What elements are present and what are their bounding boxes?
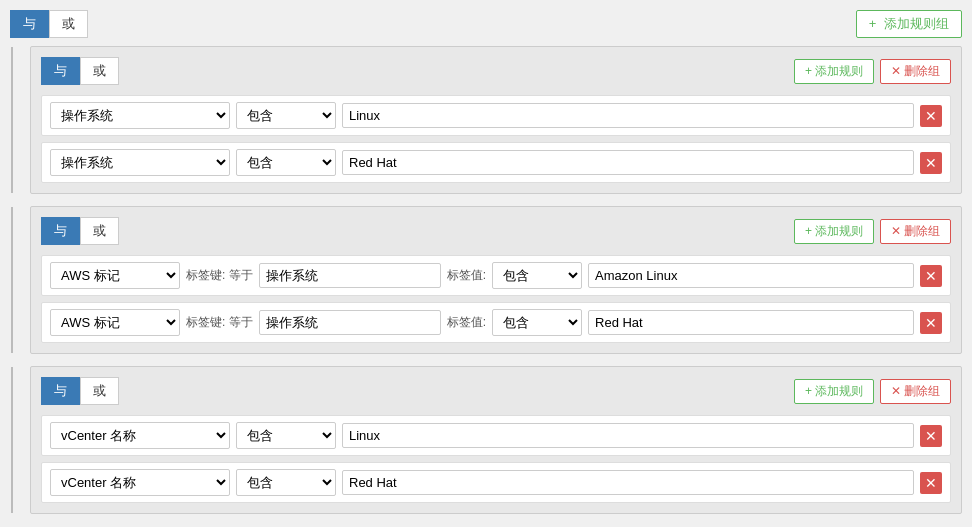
value-input-2-0[interactable] xyxy=(342,423,914,448)
key-label-1-1: 标签键: 等于 xyxy=(186,314,253,331)
field-select-0-0[interactable]: 操作系统 xyxy=(50,102,230,129)
group-or-button-0[interactable]: 或 xyxy=(80,57,119,85)
aws-field-select-1-0[interactable]: AWS 标记 xyxy=(50,262,180,289)
val-label-1-0: 标签值: xyxy=(447,267,486,284)
top-and-button[interactable]: 与 xyxy=(10,10,49,38)
delete-group-button-2[interactable]: ✕删除组 xyxy=(880,379,951,404)
add-group-label: 添加规则组 xyxy=(884,16,949,31)
val-label-1-1: 标签值: xyxy=(447,314,486,331)
add-group-button[interactable]: + 添加规则组 xyxy=(856,10,962,38)
rule-row-2-0: vCenter 名称包含不包含等于不等于✕ xyxy=(41,415,951,456)
group-actions-0: +添加规则✕删除组 xyxy=(794,59,951,84)
field-select-0-1[interactable]: 操作系统 xyxy=(50,149,230,176)
delete-group-button-1[interactable]: ✕删除组 xyxy=(880,219,951,244)
rule-row-0-0: 操作系统包含不包含等于不等于✕ xyxy=(41,95,951,136)
group-header-1: 与或+添加规则✕删除组 xyxy=(41,217,951,245)
top-logic-group: 与 或 xyxy=(10,10,88,38)
value-input-0-0[interactable] xyxy=(342,103,914,128)
x-icon: ✕ xyxy=(891,384,901,398)
groups-container: 与或+添加规则✕删除组操作系统包含不包含等于不等于✕操作系统包含不包含等于不等于… xyxy=(10,46,962,514)
top-or-button[interactable]: 或 xyxy=(49,10,88,38)
key-label-1-0: 标签键: 等于 xyxy=(186,267,253,284)
plus-icon: + xyxy=(805,64,812,78)
value-input-2-1[interactable] xyxy=(342,470,914,495)
group-actions-1: +添加规则✕删除组 xyxy=(794,219,951,244)
rule-row-0-1: 操作系统包含不包含等于不等于✕ xyxy=(41,142,951,183)
rule-group-0: 与或+添加规则✕删除组操作系统包含不包含等于不等于✕操作系统包含不包含等于不等于… xyxy=(30,46,962,194)
field-select-2-0[interactable]: vCenter 名称 xyxy=(50,422,230,449)
group-logic-0: 与或 xyxy=(41,57,119,85)
remove-rule-button-0-1[interactable]: ✕ xyxy=(920,152,942,174)
group-logic-1: 与或 xyxy=(41,217,119,245)
aws-field-select-1-1[interactable]: AWS 标记 xyxy=(50,309,180,336)
key-input-1-1[interactable] xyxy=(259,310,441,335)
remove-rule-button-2-1[interactable]: ✕ xyxy=(920,472,942,494)
field-select-2-1[interactable]: vCenter 名称 xyxy=(50,469,230,496)
group-actions-2: +添加规则✕删除组 xyxy=(794,379,951,404)
plus-icon: + xyxy=(869,16,877,31)
group-and-button-0[interactable]: 与 xyxy=(41,57,80,85)
group-and-button-1[interactable]: 与 xyxy=(41,217,80,245)
rule-group-1: 与或+添加规则✕删除组AWS 标记标签键: 等于标签值:包含不包含等于不等于✕A… xyxy=(30,206,962,354)
value-input-1-1[interactable] xyxy=(588,310,914,335)
rule-group-2: 与或+添加规则✕删除组vCenter 名称包含不包含等于不等于✕vCenter … xyxy=(30,366,962,514)
add-rule-button-1[interactable]: +添加规则 xyxy=(794,219,874,244)
add-rule-button-0[interactable]: +添加规则 xyxy=(794,59,874,84)
group-and-button-2[interactable]: 与 xyxy=(41,377,80,405)
op-select-2-1[interactable]: 包含不包含等于不等于 xyxy=(236,469,336,496)
op-select-1-0[interactable]: 包含不包含等于不等于 xyxy=(492,262,582,289)
rule-row-1-0: AWS 标记标签键: 等于标签值:包含不包含等于不等于✕ xyxy=(41,255,951,296)
group-logic-2: 与或 xyxy=(41,377,119,405)
key-input-1-0[interactable] xyxy=(259,263,441,288)
remove-rule-button-0-0[interactable]: ✕ xyxy=(920,105,942,127)
group-or-button-1[interactable]: 或 xyxy=(80,217,119,245)
remove-rule-button-1-0[interactable]: ✕ xyxy=(920,265,942,287)
value-input-1-0[interactable] xyxy=(588,263,914,288)
op-select-1-1[interactable]: 包含不包含等于不等于 xyxy=(492,309,582,336)
rule-row-1-1: AWS 标记标签键: 等于标签值:包含不包含等于不等于✕ xyxy=(41,302,951,343)
op-select-0-0[interactable]: 包含不包含等于不等于 xyxy=(236,102,336,129)
remove-rule-button-1-1[interactable]: ✕ xyxy=(920,312,942,334)
delete-group-button-0[interactable]: ✕删除组 xyxy=(880,59,951,84)
rule-row-2-1: vCenter 名称包含不包含等于不等于✕ xyxy=(41,462,951,503)
group-header-2: 与或+添加规则✕删除组 xyxy=(41,377,951,405)
value-input-0-1[interactable] xyxy=(342,150,914,175)
plus-icon: + xyxy=(805,224,812,238)
add-rule-button-2[interactable]: +添加规则 xyxy=(794,379,874,404)
op-select-0-1[interactable]: 包含不包含等于不等于 xyxy=(236,149,336,176)
x-icon: ✕ xyxy=(891,64,901,78)
plus-icon: + xyxy=(805,384,812,398)
remove-rule-button-2-0[interactable]: ✕ xyxy=(920,425,942,447)
group-or-button-2[interactable]: 或 xyxy=(80,377,119,405)
group-header-0: 与或+添加规则✕删除组 xyxy=(41,57,951,85)
x-icon: ✕ xyxy=(891,224,901,238)
op-select-2-0[interactable]: 包含不包含等于不等于 xyxy=(236,422,336,449)
top-bar: 与 或 + 添加规则组 xyxy=(10,10,962,38)
